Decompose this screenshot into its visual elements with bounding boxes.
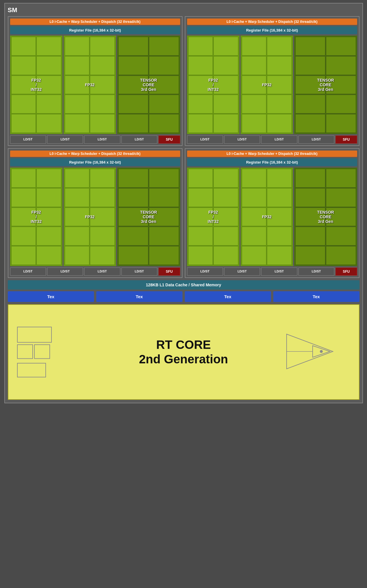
tensor-cell: [295, 188, 325, 207]
ldst-4: LD/ST: [121, 135, 157, 144]
bottom-row-2: LD/ST LD/ST LD/ST LD/ST SFU: [187, 135, 357, 144]
tensor-cell: [326, 169, 356, 188]
fp32-cell: [242, 246, 267, 265]
fp32-int32-block-3: FP32/INT32: [10, 168, 62, 266]
fp32-cell: [11, 114, 36, 133]
fp32-cell: [11, 188, 36, 207]
fp32-cell: [65, 246, 90, 265]
fp32-cell: [267, 114, 292, 133]
tensor-cell: [149, 56, 179, 75]
tensor-core-block-4: TENSORCORE3rd Gen: [294, 168, 357, 266]
tex-block-3: Tex: [185, 291, 271, 302]
rt-core-text: RT CORE 2nd Generation: [139, 338, 228, 367]
tensor-cell: [295, 56, 325, 75]
tensor-cell: [326, 188, 356, 207]
ldst-9: LD/ST: [10, 268, 46, 276]
bottom-row-1: LD/ST LD/ST LD/ST LD/ST SFU: [10, 135, 180, 144]
fp32-cell: [188, 95, 213, 113]
tensor-cell: [326, 114, 356, 133]
fp32-cell: [90, 95, 115, 113]
fp32-cell: [36, 246, 61, 265]
ldst-1: LD/ST: [10, 135, 46, 144]
ldst-8: LD/ST: [298, 135, 334, 144]
quadrant-grid: L0 i-Cache + Warp Scheduler + Dispatch (…: [8, 16, 359, 278]
fp32-cell: [11, 95, 36, 113]
sfu-1: SFU: [158, 135, 180, 144]
fp32-cell: [242, 208, 267, 226]
compute-section-3: FP32/INT32 FP32: [10, 168, 180, 266]
ldst-13: LD/ST: [187, 268, 223, 276]
fp32-cell: [242, 76, 267, 94]
tensor-cell: [326, 227, 356, 246]
tensor-core-block-3: TENSORCORE3rd Gen: [117, 168, 180, 266]
fp32-only-block-2: FP32: [241, 36, 293, 134]
tensor-cell: [295, 169, 325, 188]
sm-title: SM: [8, 6, 359, 14]
ldst-14: LD/ST: [224, 268, 260, 276]
fp32-cell: [242, 37, 267, 56]
fp32-cell: [213, 95, 238, 113]
fp32-cell: [36, 114, 61, 133]
fp32-cell: [267, 246, 292, 265]
fp32-cell: [11, 246, 36, 265]
l0-cache-bar-1: L0 i-Cache + Warp Scheduler + Dispatch (…: [10, 19, 180, 25]
l0-cache-bar-2: L0 i-Cache + Warp Scheduler + Dispatch (…: [187, 19, 357, 25]
ldst-16: LD/ST: [298, 268, 334, 276]
tensor-core-block-2: TENSORCORE3rd Gen: [294, 36, 357, 134]
svg-point-2: [320, 350, 323, 353]
tensor-cell: [118, 227, 148, 246]
fp32-cell: [267, 37, 292, 56]
compute-section-2: FP32/INT32 FP32: [187, 36, 357, 134]
fp32-cell: [90, 208, 115, 226]
tensor-cell: [118, 246, 148, 265]
ldst-10: LD/ST: [47, 268, 83, 276]
fp32-cell: [90, 169, 115, 188]
fp32-cell: [36, 37, 61, 56]
ldst-11: LD/ST: [84, 268, 120, 276]
ldst-2: LD/ST: [47, 135, 83, 144]
quadrant-3: L0 i-Cache + Warp Scheduler + Dispatch (…: [8, 148, 182, 278]
tensor-cell: [118, 208, 148, 226]
fp32-cell: [213, 227, 238, 246]
fp32-cell: [90, 246, 115, 265]
tensor-cell: [118, 114, 148, 133]
tensor-cell: [118, 76, 148, 94]
tensor-cell: [118, 188, 148, 207]
tensor-cell: [326, 37, 356, 56]
compute-section-1: FP32/INT32 FP32: [10, 36, 180, 134]
fp32-int32-block-1: FP32/INT32: [10, 36, 62, 134]
fp32-cell: [267, 169, 292, 188]
bottom-row-4: LD/ST LD/ST LD/ST LD/ST SFU: [187, 268, 357, 276]
fp32-cell: [65, 208, 90, 226]
quadrant-1: L0 i-Cache + Warp Scheduler + Dispatch (…: [8, 16, 182, 146]
quadrant-4: L0 i-Cache + Warp Scheduler + Dispatch (…: [185, 148, 359, 278]
tex-block-2: Tex: [96, 291, 182, 302]
tensor-cell: [118, 56, 148, 75]
tensor-cell: [149, 246, 179, 265]
fp32-cell: [188, 76, 213, 94]
tensor-cell: [326, 56, 356, 75]
fp32-cell: [11, 208, 36, 226]
tex-block-1: Tex: [8, 291, 94, 302]
tensor-cell: [149, 37, 179, 56]
tex-block-4: Tex: [273, 291, 359, 302]
ldst-7: LD/ST: [261, 135, 297, 144]
tensor-cell: [295, 246, 325, 265]
rt-core-diagram: [17, 327, 52, 378]
ldst-3: LD/ST: [84, 135, 120, 144]
fp32-cell: [267, 76, 292, 94]
tensor-cell: [295, 227, 325, 246]
tensor-cell: [326, 95, 356, 113]
fp32-cell: [267, 227, 292, 246]
fp32-cell: [213, 169, 238, 188]
sm-container: SM L0 i-Cache + Warp Scheduler + Dispatc…: [4, 3, 363, 403]
fp32-cell: [267, 95, 292, 113]
fp32-cell: [11, 56, 36, 75]
ldst-12: LD/ST: [121, 268, 157, 276]
tex-row: Tex Tex Tex Tex: [8, 291, 359, 302]
fp32-cell: [242, 56, 267, 75]
register-file-bar-1: Register File (16,384 x 32-bit): [10, 26, 180, 34]
fp32-cell: [188, 246, 213, 265]
tensor-cell: [118, 169, 148, 188]
register-file-bar-4: Register File (16,384 x 32-bit): [187, 158, 357, 166]
